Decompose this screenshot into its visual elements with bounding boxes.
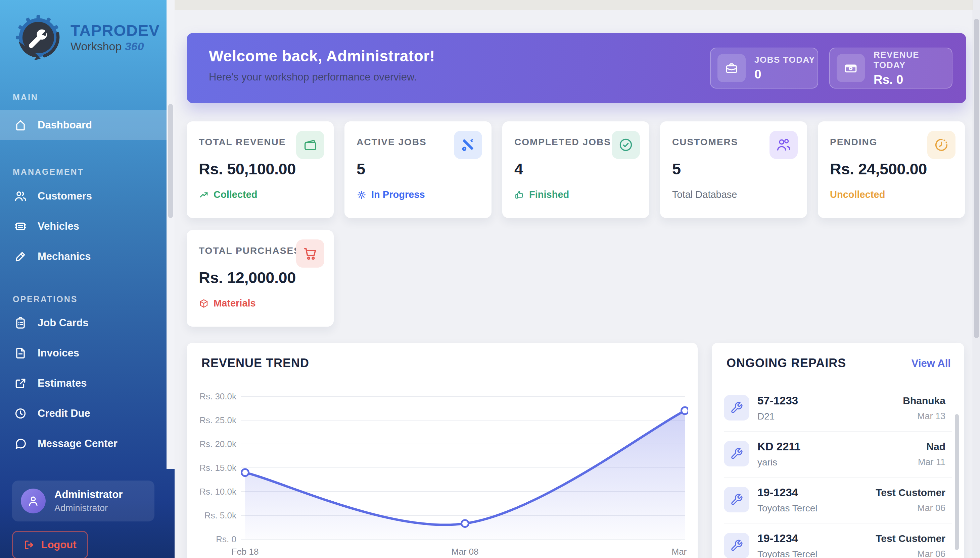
stat-label: PENDING [830, 137, 878, 148]
sidebar-item-credit-due[interactable]: Credit Due [0, 399, 166, 428]
sidebar-item-customers[interactable]: Customers [0, 181, 166, 211]
clipboard-icon [14, 317, 27, 329]
data-point[interactable] [462, 520, 469, 527]
repair-model: Toyotas Tercel [758, 549, 817, 558]
repair-list-item[interactable]: 57-1233 D21 Bhanuka Mar 13 [712, 386, 964, 432]
wallet-icon [296, 131, 324, 159]
screwdriver-icon [14, 250, 27, 263]
wrench-icon [724, 533, 749, 558]
sidebar-item-vehicles[interactable]: Vehicles [0, 211, 166, 241]
clock-pending-icon [927, 131, 955, 159]
repair-customer: Test Customer [876, 533, 945, 544]
stat-label: TOTAL REVENUE [199, 137, 286, 148]
repair-list-item[interactable]: KD 2211 yaris Nad Mar 11 [712, 432, 964, 478]
stat-label: ACTIVE JOBS [357, 137, 427, 148]
stat-footnote: Finished [514, 189, 569, 200]
chip-texts: REVENUE TODAY Rs. 0 [874, 50, 952, 87]
sidebar-item-label: Mechanics [38, 251, 91, 263]
wrench-icon [724, 395, 749, 420]
sidebar-item-mechanics[interactable]: Mechanics [0, 241, 166, 272]
line-chart-svg: Rs. 0Rs. 5.0kRs. 10.0kRs. 15.0kRs. 20.0k… [196, 382, 688, 558]
logout-label: Logout [41, 539, 76, 551]
repairs-list: 57-1233 D21 Bhanuka Mar 13 KD 2211 yaris… [712, 386, 964, 558]
trend-up-icon [199, 190, 209, 200]
top-strip [175, 0, 980, 10]
nav-section-main: MAIN [0, 90, 166, 104]
stat-value: 5 [672, 159, 681, 178]
wrench-icon [724, 487, 749, 512]
svg-text:Rs. 0: Rs. 0 [216, 534, 236, 544]
sidebar-footer: Administrator Administrator Logout [0, 469, 166, 558]
avatar [21, 489, 46, 514]
total-purchases-card: TOTAL PURCHASES Rs. 12,000.00 Materials [187, 230, 334, 327]
svg-text:Rs. 30.0k: Rs. 30.0k [199, 391, 237, 401]
completed-jobs-card: COMPLETED JOBS 4 Finished [502, 121, 649, 218]
data-point[interactable] [242, 469, 249, 476]
sidebar-item-label: Message Center [38, 438, 117, 450]
stat-footnote: Materials [199, 298, 256, 309]
vehicle-card-icon [14, 220, 27, 233]
sidebar-item-label: Customers [38, 190, 92, 202]
page-scrollbar-thumb[interactable] [974, 19, 979, 338]
nav-section-management: MANAGEMENT [0, 165, 166, 179]
sidebar-scrollbar-thumb[interactable] [168, 104, 173, 218]
chip-value: 0 [754, 67, 815, 82]
sidebar-item-label: Estimates [38, 377, 87, 389]
page-scrollbar-track[interactable] [973, 0, 980, 558]
home-icon [14, 119, 27, 131]
user-role: Administrator [54, 503, 122, 514]
stat-value: Rs. 50,100.00 [199, 159, 296, 178]
repair-customer: Bhanuka [903, 395, 945, 406]
repair-plate: 19-1234 [758, 532, 798, 545]
revenue-trend-title: REVENUE TREND [201, 356, 309, 370]
total-revenue-card: TOTAL REVENUE Rs. 50,100.00 Collected [187, 121, 334, 218]
nav-section-operations: OPERATIONS [0, 292, 166, 306]
svg-text:Rs. 10.0k: Rs. 10.0k [199, 487, 237, 497]
revenue-today-chip: REVENUE TODAY Rs. 0 [829, 48, 952, 89]
gear-icon [357, 190, 367, 200]
stat-value: 4 [514, 159, 523, 178]
brand-name: TAPRODEV [71, 22, 160, 39]
users-icon [14, 190, 27, 202]
sidebar-item-label: Invoices [38, 347, 79, 359]
svg-text:Rs. 25.0k: Rs. 25.0k [199, 415, 237, 425]
stat-label: TOTAL PURCHASES [199, 245, 301, 256]
svg-text:Rs. 5.0k: Rs. 5.0k [204, 510, 237, 520]
sidebar-item-label: Vehicles [38, 220, 79, 232]
repair-date: Mar 06 [917, 503, 945, 514]
revenue-trend-chart: Rs. 0Rs. 5.0kRs. 10.0kRs. 15.0kRs. 20.0k… [196, 382, 688, 558]
brand-text: TAPRODEV Workshop 360 [71, 22, 160, 53]
revenue-trend-card: REVENUE TREND Rs. 0Rs. 5.0kRs. 10.0kRs. … [187, 343, 698, 558]
view-all-link[interactable]: View All [911, 358, 951, 369]
sidebar-item-invoices[interactable]: Invoices [0, 338, 166, 368]
package-icon [199, 299, 209, 309]
sidebar-scrollbar-track[interactable] [166, 0, 175, 469]
repairs-scrollbar-thumb[interactable] [955, 414, 959, 550]
chip-label: JOBS TODAY [754, 55, 815, 65]
stat-footnote: Total Database [672, 189, 737, 200]
ongoing-repairs-card: ONGOING REPAIRS View All 57-1233 D21 Bha… [712, 343, 964, 558]
sidebar-item-job-cards[interactable]: Job Cards [0, 308, 166, 338]
user-card[interactable]: Administrator Administrator [12, 481, 155, 522]
repair-plate: 19-1234 [758, 486, 798, 499]
sidebar-item-message-center[interactable]: Message Center [0, 428, 166, 459]
jobs-today-chip: JOBS TODAY 0 [710, 48, 818, 89]
tools-icon [454, 131, 482, 159]
sidebar-item-estimates[interactable]: Estimates [0, 368, 166, 399]
svg-text:Rs. 20.0k: Rs. 20.0k [199, 439, 237, 449]
sidebar-nav: MAIN Dashboard MANAGEMENT Customers Vehi… [0, 90, 166, 459]
repair-plate: 57-1233 [758, 394, 798, 407]
repair-date: Mar 11 [918, 457, 945, 468]
data-point[interactable] [682, 407, 688, 414]
stat-label: CUSTOMERS [672, 137, 738, 148]
banknote-icon [837, 54, 865, 82]
repair-model: Toyotas Tercel [758, 503, 817, 514]
repair-list-item[interactable]: 19-1234 Toyotas Tercel Test Customer Mar… [712, 524, 964, 558]
repair-list-item[interactable]: 19-1234 Toyotas Tercel Test Customer Mar… [712, 478, 964, 524]
user-icon [27, 495, 40, 507]
chat-bubble-icon [14, 437, 27, 450]
brand-tagline: Workshop 360 [71, 40, 160, 53]
logout-button[interactable]: Logout [12, 531, 88, 558]
workshop-gear-logo-icon [13, 12, 64, 63]
sidebar-item-dashboard[interactable]: Dashboard [0, 110, 166, 140]
